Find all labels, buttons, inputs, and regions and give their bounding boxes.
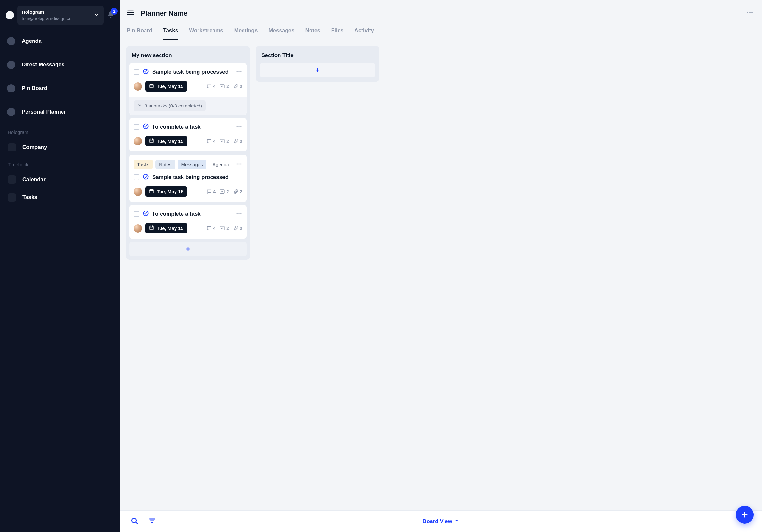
fab-add-button[interactable] [736, 506, 754, 524]
more-options-button[interactable] [745, 8, 755, 19]
status-in-progress-icon [143, 210, 149, 218]
sidebar-item-direct-messages[interactable]: Direct Messages [6, 57, 114, 72]
menu-icon[interactable] [127, 9, 134, 18]
svg-point-1 [749, 12, 750, 13]
add-card-button[interactable] [260, 63, 375, 77]
bottom-bar: Board View [120, 510, 762, 532]
comments-counter[interactable]: 4 [206, 138, 216, 144]
checklist-counter[interactable]: 2 [219, 226, 229, 231]
notifications-button[interactable]: 2 [107, 11, 114, 20]
assignee-avatar[interactable] [134, 137, 142, 146]
status-in-progress-icon [143, 173, 149, 181]
task-card[interactable]: To complete a task Tue, May [129, 205, 247, 238]
task-title: Sample task being processed [152, 69, 233, 75]
card-more-button[interactable] [236, 68, 242, 76]
tab-files[interactable]: Files [331, 28, 344, 40]
comments-counter[interactable]: 4 [206, 189, 216, 194]
sidebar: Hologram tom@hologramdesign.co 2 Agenda … [0, 0, 120, 532]
task-checkbox[interactable] [134, 124, 139, 130]
tab-tasks[interactable]: Tasks [163, 28, 178, 40]
task-tag[interactable]: Tasks [134, 160, 153, 169]
attachments-counter[interactable]: 2 [233, 226, 242, 231]
svg-rect-13 [150, 139, 153, 143]
tab-pin-board[interactable]: Pin Board [127, 28, 152, 40]
column-title[interactable]: Section Title [259, 49, 376, 63]
due-date[interactable]: Tue, May 15 [145, 81, 187, 92]
checklist-counter[interactable]: 2 [219, 138, 229, 144]
tabs: Pin Board Tasks Workstreams Meetings Mes… [127, 28, 755, 40]
svg-point-4 [237, 71, 238, 72]
card-more-button[interactable] [236, 210, 242, 218]
due-date[interactable]: Tue, May 15 [145, 186, 187, 197]
group-item-tasks[interactable]: Tasks [6, 191, 114, 204]
add-card-button[interactable] [129, 242, 247, 256]
task-checkbox[interactable] [134, 174, 139, 180]
card-more-button[interactable] [236, 123, 242, 131]
assignee-avatar[interactable] [134, 82, 142, 91]
project-icon [8, 143, 16, 152]
svg-point-22 [237, 213, 238, 214]
board-column: Section Title [256, 46, 379, 82]
view-switcher[interactable]: Board View [422, 518, 459, 525]
calendar-icon [149, 138, 154, 144]
task-card[interactable]: Tasks Notes Messages Agenda [129, 155, 247, 202]
assignee-avatar[interactable] [134, 187, 142, 196]
task-card[interactable]: To complete a task Tue, May [129, 118, 247, 152]
checklist-counter[interactable]: 2 [219, 189, 229, 194]
workspace-switcher[interactable]: Hologram tom@hologramdesign.co [17, 6, 104, 25]
attachments-counter[interactable]: 2 [233, 138, 242, 144]
attachments-counter[interactable]: 2 [233, 189, 242, 194]
svg-point-12 [240, 126, 241, 127]
task-checkbox[interactable] [134, 69, 139, 75]
svg-point-5 [238, 71, 239, 72]
task-tag[interactable]: Notes [155, 160, 175, 169]
comments-counter[interactable]: 4 [206, 84, 216, 89]
assignee-avatar[interactable] [134, 224, 142, 233]
group-item-calendar[interactable]: Calendar [6, 173, 114, 186]
sidebar-item-personal-planner[interactable]: Personal Planner [6, 104, 114, 119]
checklist-counter[interactable]: 2 [219, 84, 229, 89]
subtasks-toggle[interactable]: 3 subtasks (0/3 completed) [134, 100, 206, 111]
user-avatar[interactable] [6, 11, 14, 20]
tab-meetings[interactable]: Meetings [234, 28, 258, 40]
svg-point-6 [240, 71, 241, 72]
column-title[interactable]: My new section [129, 49, 247, 63]
nav-dot-icon [7, 108, 15, 116]
tab-messages[interactable]: Messages [268, 28, 294, 40]
chevron-down-icon [94, 12, 99, 19]
svg-rect-25 [150, 226, 153, 230]
nav-dot-icon [7, 61, 15, 69]
task-card[interactable]: Sample task being processed [129, 63, 247, 115]
sidebar-item-agenda[interactable]: Agenda [6, 34, 114, 48]
board-column: My new section Sample task being process… [126, 46, 250, 260]
tab-workstreams[interactable]: Workstreams [189, 28, 223, 40]
status-in-progress-icon [143, 123, 149, 131]
calendar-icon [149, 188, 154, 195]
workspace-email: tom@hologramdesign.co [22, 16, 71, 22]
calendar-icon [149, 83, 154, 89]
group-header-hologram: Hologram [6, 128, 114, 136]
task-checkbox[interactable] [134, 211, 139, 217]
project-icon [8, 175, 16, 184]
attachments-counter[interactable]: 2 [233, 84, 242, 89]
svg-point-15 [237, 163, 238, 164]
page-title: Planner Name [141, 9, 738, 18]
svg-rect-19 [150, 189, 153, 193]
main-content: Planner Name Pin Board Tasks Workstreams… [120, 0, 762, 532]
nav-dot-icon [7, 84, 15, 93]
filter-button[interactable] [148, 517, 156, 526]
sidebar-item-pin-board[interactable]: Pin Board [6, 81, 114, 96]
task-tag[interactable]: Agenda [209, 160, 233, 169]
due-date[interactable]: Tue, May 15 [145, 223, 187, 233]
task-tag[interactable]: Messages [178, 160, 206, 169]
svg-point-10 [237, 126, 238, 127]
chevron-down-icon [137, 103, 142, 108]
tab-notes[interactable]: Notes [305, 28, 320, 40]
tab-activity[interactable]: Activity [354, 28, 374, 40]
search-button[interactable] [130, 517, 138, 526]
svg-point-16 [238, 163, 239, 164]
card-more-button[interactable] [236, 161, 242, 168]
due-date[interactable]: Tue, May 15 [145, 136, 187, 146]
group-item-company[interactable]: Company [6, 141, 114, 154]
comments-counter[interactable]: 4 [206, 226, 216, 231]
